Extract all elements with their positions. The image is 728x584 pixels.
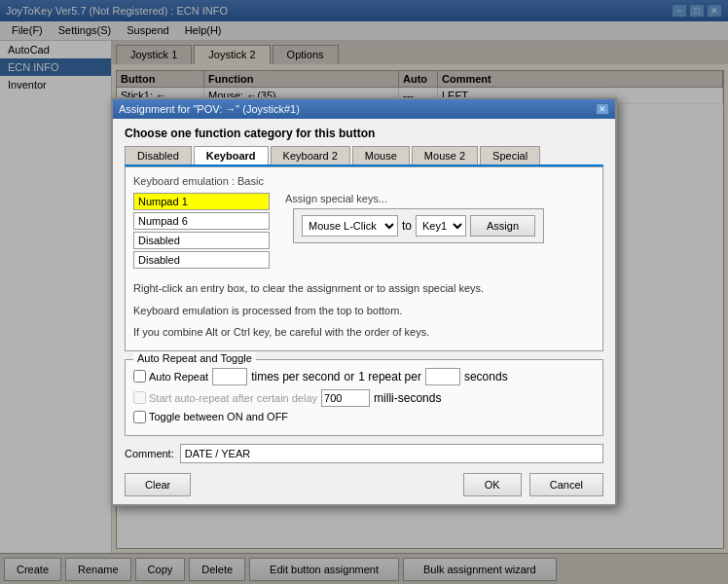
auto-repeat-row2: Start auto-repeat after certain delay mi…: [133, 389, 595, 407]
start-delay-checkbox: [133, 391, 146, 404]
ok-button[interactable]: OK: [463, 473, 522, 496]
times-per-second-label: times per second: [251, 370, 340, 383]
dialog-body: Choose one function category for this bu…: [113, 119, 615, 504]
comment-label: Comment:: [125, 448, 174, 459]
info-line-3: If you combine Alt or Ctrl key, be caref…: [133, 320, 595, 343]
milli-label: milli-seconds: [374, 391, 441, 405]
clear-button[interactable]: Clear: [125, 473, 191, 496]
keyboard-content: Assign special keys... Mouse L-Click Mou…: [133, 193, 595, 276]
modal-overlay: Assignment for "POV: →" (Joystick#1) ✕ C…: [0, 0, 728, 584]
dialog-tab-disabled[interactable]: Disabled: [125, 146, 192, 164]
cancel-button[interactable]: Cancel: [529, 473, 603, 496]
or-label: or: [345, 370, 355, 383]
dialog-title: Assignment for "POV: →" (Joystick#1): [119, 103, 300, 115]
assignment-dialog: Assignment for "POV: →" (Joystick#1) ✕ C…: [111, 97, 617, 506]
assign-button[interactable]: Assign: [470, 215, 535, 237]
key-list: [133, 193, 270, 269]
auto-repeat-row1: Auto Repeat times per second or 1 repeat…: [133, 368, 595, 385]
auto-repeat-section: Auto Repeat and Toggle Auto Repeat times…: [125, 359, 603, 436]
dialog-tab-keyboard2[interactable]: Keyboard 2: [271, 146, 350, 164]
repeat-per-label: 1 repeat per: [358, 370, 421, 383]
dialog-close-button[interactable]: ✕: [596, 103, 609, 115]
assign-row: Mouse L-Click Mouse R-Click Mouse M-Clic…: [293, 208, 544, 243]
keyboard-section: Keyboard emulation : Basic Assign specia…: [125, 166, 603, 351]
info-line-1: Right-click an entry box, to clear the a…: [133, 276, 595, 299]
info-line-2: Keyboard emulation is processed from the…: [133, 299, 595, 321]
to-select[interactable]: Key1 Key2 Key3 Key4: [416, 215, 466, 237]
dialog-title-bar: Assignment for "POV: →" (Joystick#1) ✕: [113, 99, 615, 119]
toggle-label[interactable]: Toggle between ON and OFF: [133, 411, 288, 423]
dialog-tab-keyboard[interactable]: Keyboard: [194, 146, 269, 164]
seconds-label: seconds: [464, 370, 508, 383]
to-label: to: [402, 219, 412, 233]
dialog-subtitle: Choose one function category for this bu…: [125, 127, 603, 140]
auto-repeat-title: Auto Repeat and Toggle: [133, 352, 256, 364]
key-item-1[interactable]: [133, 193, 270, 210]
dialog-tab-special[interactable]: Special: [480, 146, 540, 164]
assign-special-area: Assign special keys... Mouse L-Click Mou…: [285, 193, 544, 276]
dialog-tab-mouse2[interactable]: Mouse 2: [412, 146, 478, 164]
milli-input[interactable]: [321, 389, 370, 407]
dialog-tab-mouse[interactable]: Mouse: [352, 146, 410, 164]
ok-cancel-group: OK Cancel: [463, 473, 603, 496]
comment-row: Comment:: [125, 444, 603, 463]
times-per-second-input[interactable]: [212, 368, 247, 385]
toggle-checkbox[interactable]: [133, 411, 146, 423]
auto-repeat-checkbox-label[interactable]: Auto Repeat: [133, 370, 208, 383]
keyboard-legend: Keyboard emulation : Basic: [133, 175, 595, 187]
dialog-tab-bar: Disabled Keyboard Keyboard 2 Mouse Mouse…: [125, 146, 603, 166]
auto-repeat-row3: Toggle between ON and OFF: [133, 411, 595, 423]
key-item-3[interactable]: [133, 232, 270, 249]
dialog-buttons: Clear OK Cancel: [125, 473, 603, 496]
auto-repeat-checkbox[interactable]: [133, 370, 146, 383]
key-item-4[interactable]: [133, 251, 270, 269]
key-item-2[interactable]: [133, 212, 270, 230]
start-delay-label: Start auto-repeat after certain delay: [133, 391, 317, 404]
comment-input[interactable]: [180, 444, 603, 463]
seconds-input[interactable]: [425, 368, 460, 385]
assign-special-label: Assign special keys...: [285, 193, 544, 204]
key-select[interactable]: Mouse L-Click Mouse R-Click Mouse M-Clic…: [302, 215, 398, 237]
